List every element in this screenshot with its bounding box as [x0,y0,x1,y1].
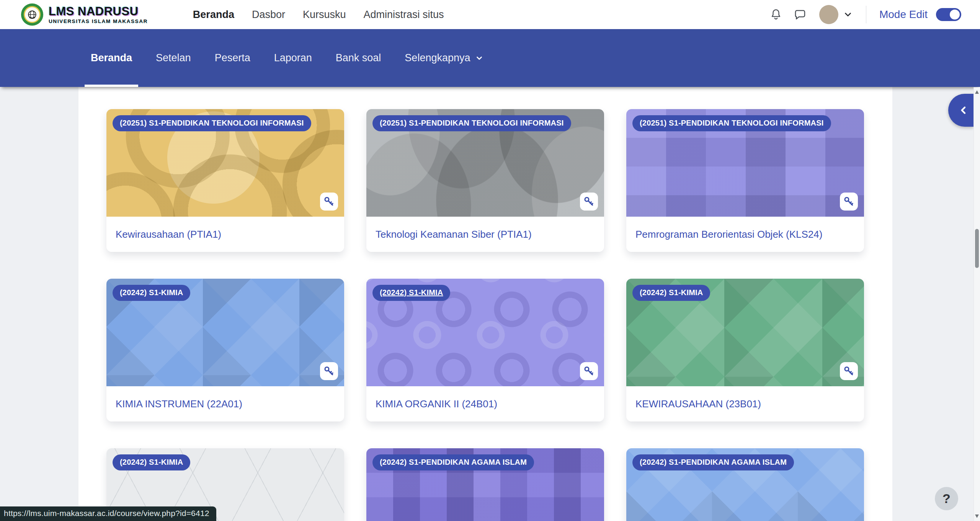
course-card[interactable]: (20242) S1-KIMIA KIMIA ORGANIK II (24B01… [366,279,604,421]
course-category-badge[interactable]: (20251) S1-PENDIDIKAN TEKNOLOGI INFORMAS… [372,115,571,131]
tab-label: Selengkapnya [405,52,470,64]
course-secondary-nav: Beranda Setelan Peserta Laporan Bank soa… [0,29,980,87]
course-card-image: (20242) S1-PENDIDIKAN AGAMA ISLAM [626,448,864,521]
user-avatar[interactable] [819,5,838,24]
course-card[interactable]: (20242) S1-PENDIDIKAN AGAMA ISLAM [366,448,604,521]
course-title-link[interactable]: KIMIA INSTRUMEN (22A01) [116,398,242,410]
course-card[interactable]: (20242) S1-KIMIA KEWIRAUSAHAAN (23B01) [626,279,864,421]
enrolment-key-icon [840,193,858,211]
tab-setelan[interactable]: Setelan [156,29,191,87]
user-menu-chevron-down-icon[interactable] [843,10,853,20]
mode-edit-toggle[interactable] [936,8,961,21]
course-card-image: (20251) S1-PENDIDIKAN TEKNOLOGI INFORMAS… [106,109,344,217]
enrolment-key-icon [320,193,338,211]
page-scrollbar[interactable] [973,87,980,521]
tab-label: Peserta [215,52,250,64]
scrollbar-thumb[interactable] [975,229,979,268]
course-card-image: (20242) S1-KIMIA [626,279,864,386]
chevron-down-icon [475,54,483,62]
course-card-image: (20242) S1-PENDIDIKAN AGAMA ISLAM [366,448,604,521]
logo-title: LMS NADRUSU [49,5,148,17]
tab-label: Beranda [91,52,132,64]
course-grid: (20251) S1-PENDIDIKAN TEKNOLOGI INFORMAS… [78,87,892,521]
course-category-badge[interactable]: (20242) S1-KIMIA [113,285,190,301]
nav-item-beranda[interactable]: Beranda [193,9,234,21]
scrollbar-up-arrow-icon[interactable] [975,90,979,94]
course-card[interactable]: (20251) S1-PENDIDIKAN TEKNOLOGI INFORMAS… [106,109,344,252]
open-drawer-chevron-left-icon[interactable] [948,94,973,127]
mode-edit-label[interactable]: Mode Edit [879,8,928,21]
university-emblem-icon [21,3,43,26]
course-card-footer: Pemrograman Berorientasi Objek (KLS24) [626,217,864,252]
course-card-footer: Kewirausahaan (PTIA1) [106,217,344,252]
logo-subtitle: UNIVERSITAS ISLAM MAKASSAR [49,19,148,24]
course-category-badge[interactable]: (20242) S1-KIMIA [113,454,190,470]
tab-selengkapnya[interactable]: Selengkapnya [405,29,483,87]
nav-item-dasbor[interactable]: Dasbor [252,9,285,21]
header-divider [866,6,866,23]
primary-nav: Beranda Dasbor Kursusku Administrasi sit… [193,9,444,21]
course-card[interactable]: (20242) S1-KIMIA KIMIA INSTRUMEN (22A01) [106,279,344,421]
course-card-footer: KIMIA ORGANIK II (24B01) [366,386,604,421]
course-card[interactable]: (20242) S1-PENDIDIKAN AGAMA ISLAM [626,448,864,521]
course-title-link[interactable]: Kewirausahaan (PTIA1) [116,229,221,240]
course-title-link[interactable]: Teknologi Keamanan Siber (PTIA1) [376,229,532,240]
course-card-footer: KEWIRAUSAHAAN (23B01) [626,386,864,421]
main-content: (20251) S1-PENDIDIKAN TEKNOLOGI INFORMAS… [78,87,892,521]
course-card-footer: KIMIA INSTRUMEN (22A01) [106,386,344,421]
course-card-image: (20242) S1-KIMIA [366,279,604,386]
site-logo[interactable]: LMS NADRUSU UNIVERSITAS ISLAM MAKASSAR [21,3,148,26]
globe-icon [27,10,37,20]
course-category-badge[interactable]: (20251) S1-PENDIDIKAN TEKNOLOGI INFORMAS… [632,115,831,131]
course-card-image: (20242) S1-KIMIA [106,279,344,386]
nav-item-administrasi-situs[interactable]: Administrasi situs [364,9,444,21]
course-category-badge[interactable]: (20251) S1-PENDIDIKAN TEKNOLOGI INFORMAS… [113,115,311,131]
course-category-badge[interactable]: (20242) S1-KIMIA [632,285,710,301]
logo-text: LMS NADRUSU UNIVERSITAS ISLAM MAKASSAR [49,5,148,24]
course-card[interactable]: (20251) S1-PENDIDIKAN TEKNOLOGI INFORMAS… [366,109,604,252]
course-category-badge[interactable]: (20242) S1-PENDIDIKAN AGAMA ISLAM [372,454,534,470]
messages-chat-icon[interactable] [793,8,807,21]
course-title-link[interactable]: KEWIRAUSAHAAN (23B01) [635,398,761,410]
lms-page: LMS NADRUSU UNIVERSITAS ISLAM MAKASSAR B… [0,0,980,521]
tab-peserta[interactable]: Peserta [215,29,250,87]
course-title-link[interactable]: KIMIA ORGANIK II (24B01) [376,398,497,410]
tab-label: Laporan [274,52,312,64]
mode-edit-control: Mode Edit [879,8,961,21]
tab-label: Setelan [156,52,191,64]
enrolment-key-icon [320,362,338,380]
tab-bank-soal[interactable]: Bank soal [336,29,381,87]
scrollbar-down-arrow-icon[interactable] [975,514,979,518]
browser-status-url: https://lms.uim-makassar.ac.id/course/vi… [0,506,216,521]
help-button[interactable]: ? [935,487,958,510]
course-category-badge[interactable]: (20242) S1-KIMIA [372,285,450,301]
tab-label: Bank soal [336,52,381,64]
enrolment-key-icon [580,193,598,211]
top-header: LMS NADRUSU UNIVERSITAS ISLAM MAKASSAR B… [0,0,980,29]
course-card-image: (20251) S1-PENDIDIKAN TEKNOLOGI INFORMAS… [366,109,604,217]
course-card[interactable]: (20251) S1-PENDIDIKAN TEKNOLOGI INFORMAS… [626,109,864,252]
nav-item-kursusku[interactable]: Kursusku [303,9,346,21]
course-title-link[interactable]: Pemrograman Berorientasi Objek (KLS24) [635,229,822,240]
enrolment-key-icon [580,362,598,380]
notifications-bell-icon[interactable] [769,8,782,21]
header-actions: Mode Edit [769,5,961,24]
tab-laporan[interactable]: Laporan [274,29,312,87]
tab-beranda[interactable]: Beranda [91,29,132,87]
enrolment-key-icon [840,362,858,380]
course-card-image: (20251) S1-PENDIDIKAN TEKNOLOGI INFORMAS… [626,109,864,217]
course-category-badge[interactable]: (20242) S1-PENDIDIKAN AGAMA ISLAM [632,454,794,470]
course-card-footer: Teknologi Keamanan Siber (PTIA1) [366,217,604,252]
